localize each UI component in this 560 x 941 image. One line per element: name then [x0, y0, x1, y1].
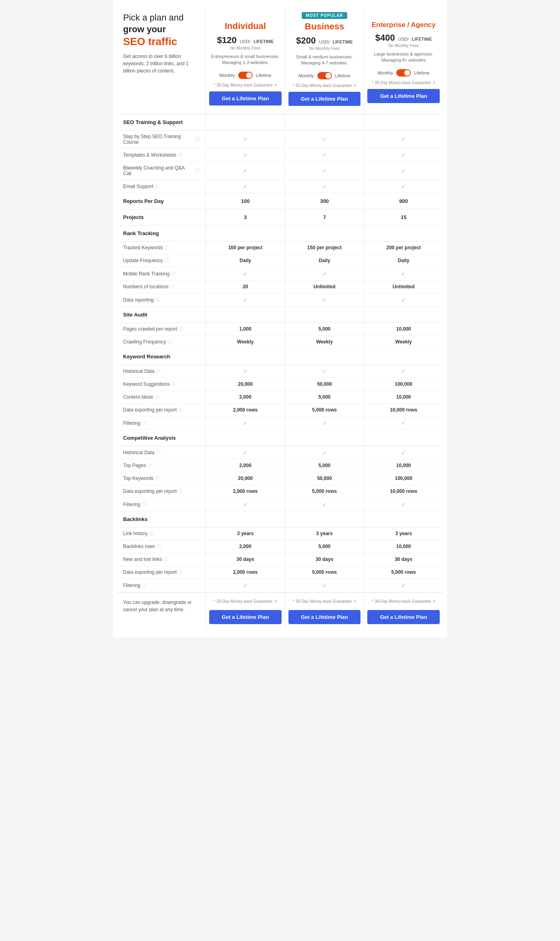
feature-top-pages: Top Pages ⓘ 2,000 5,000 10,000	[117, 459, 443, 472]
header: Pick a plan and grow your SEO traffic Ge…	[117, 8, 443, 110]
section-competitive: Competitive Analysis	[117, 430, 443, 446]
section-keyword-research: Keyword Research	[117, 349, 443, 365]
feature-data-export-ca: Data exporting per report ⓘ 2,000 rows 5…	[117, 485, 443, 498]
section-projects: Projects 3 7 15	[117, 209, 443, 225]
info-icon: ⓘ	[178, 569, 183, 575]
footer-guarantee-enterprise: * 30-Day Money-back Guarantee ↗	[372, 599, 435, 604]
section-backlinks-label: Backlinks	[117, 511, 206, 527]
info-icon: ⓘ	[155, 476, 159, 482]
plan-business-desc: Small & medium businesses. Managing 4-7 …	[288, 54, 361, 66]
plan-individual-toggle: Monthly Lifetime	[219, 72, 271, 79]
footer-col-business: * 30-Day Money-back Guarantee ↗ Get a Li…	[285, 593, 364, 629]
plan-business-cta[interactable]: Get a Lifetime Plan	[288, 92, 361, 106]
feature-top-keywords: Top Keywords ⓘ 20,000 50,000 100,000	[117, 472, 443, 485]
section-keyword-research-label: Keyword Research	[117, 349, 206, 364]
plan-enterprise-name: Enterprise / Agency	[372, 21, 436, 29]
info-icon: ⓘ	[156, 449, 161, 455]
section-competitive-label: Competitive Analysis	[117, 430, 206, 446]
info-icon: ⓘ	[171, 271, 175, 277]
section-rank-tracking: Rank Tracking	[117, 225, 443, 242]
plan-enterprise-cta[interactable]: Get a Lifetime Plan	[367, 89, 440, 103]
info-icon: ⓘ	[142, 420, 146, 426]
footer-cta-individual[interactable]: Get a Lifetime Plan	[209, 610, 282, 624]
plan-business-fees: No Monthly Fees	[309, 46, 340, 51]
info-icon: ⓘ	[168, 339, 172, 345]
toggle-enterprise[interactable]	[396, 69, 411, 77]
plan-business-price: $200 USD/ LIFETIME	[296, 33, 353, 46]
section-reports: Reports Per Day 100 300 900	[117, 193, 443, 209]
feature-data-reporting: Data reporting ⓘ ✓ ✓ ✓	[117, 294, 443, 307]
feature-link-history: Link history ⓘ 3 years 3 years 3 years	[117, 527, 443, 540]
info-icon: ⓘ	[171, 381, 176, 387]
feature-data-export-bl: Data exporting per report ⓘ 2,000 rows 5…	[117, 566, 443, 579]
info-icon: ⓘ	[156, 368, 161, 374]
footer-col-enterprise: * 30-Day Money-back Guarantee ↗ Get a Li…	[364, 593, 443, 629]
plan-enterprise-desc: Large businesses & agencies. Managing 8+…	[367, 51, 440, 64]
toggle-business[interactable]	[317, 72, 332, 79]
feature-crawling-frequency: Crawling Frequency ⓘ Weekly Weekly Weekl…	[117, 336, 443, 349]
feature-email-support: Email Support ⓘ ✓ ✓ ✓	[117, 180, 443, 193]
info-icon: ⓘ	[156, 544, 161, 550]
feature-update-frequency: Update Frequency ⓘ Daily Daily Daily	[117, 254, 443, 267]
info-icon: ⓘ	[195, 168, 200, 174]
feature-templates: Templates & Worksheets ⓘ ✓ ✓ ✓	[117, 149, 443, 162]
feature-locations: Numbers of locations ⓘ 20 Unlimited Unli…	[117, 281, 443, 294]
feature-data-export-kw: Data exporting per report ⓘ 2,000 rows 5…	[117, 404, 443, 417]
feature-content-ideas: Content Ideas ⓘ 2,000 5,000 10,000	[117, 391, 443, 404]
plan-individual-cta[interactable]: Get a Lifetime Plan	[209, 91, 282, 105]
plan-individual: Individual $120 USD/ LIFETIME No Monthly…	[206, 8, 285, 110]
plan-individual-price: $120 USD/ LIFETIME	[217, 33, 274, 46]
section-rank-tracking-label: Rank Tracking	[117, 225, 206, 241]
plan-enterprise-fees: No Monthly Fees	[388, 43, 419, 48]
comparison-table: SEO Training & Support Step by Step SEO …	[117, 114, 443, 592]
plan-enterprise: Enterprise / Agency $400 USD/ LIFETIME N…	[364, 8, 443, 110]
feature-historical-data-kw: Historical Data ⓘ ✓ ✓ ✓	[117, 365, 443, 378]
plan-individual-desc: Entrepreneurs & small businesses. Managi…	[209, 54, 282, 66]
plan-enterprise-guarantee: * 30-Day Money-back Guarantee ↗	[372, 81, 435, 85]
info-icon: ⓘ	[155, 183, 159, 189]
feature-filtering-bl: Filtering ⓘ ✓ ✓ ✓	[117, 579, 443, 592]
feature-historical-data-ca: Historical Data ⓘ ✓ ✓ ✓	[117, 446, 443, 459]
plan-enterprise-toggle: Monthly Lifetime	[378, 69, 430, 77]
toggle-individual[interactable]	[238, 72, 253, 79]
feature-pages-crawled: Pages crawled per report ⓘ 1,000 5,000 1…	[117, 323, 443, 336]
plan-business: MOST POPULAR Business $200 USD/ LIFETIME…	[285, 8, 364, 110]
plan-business-guarantee: * 30-Day Money-back Guarantee ↗	[293, 83, 356, 88]
footer: You can upgrade, downgrade or cancel you…	[117, 592, 443, 629]
section-site-audit-label: Site Audit	[117, 307, 206, 323]
feature-seo-course: Step by Step SEO Training Course ⓘ ✓ ✓ ✓	[117, 130, 443, 149]
info-icon: ⓘ	[148, 463, 152, 469]
info-icon: ⓘ	[155, 394, 159, 400]
feature-new-lost-links: New and lost links ⓘ 30 days 30 days 30 …	[117, 553, 443, 566]
page-wrapper: Pick a plan and grow your SEO traffic Ge…	[113, 0, 447, 637]
section-seo-training-label: SEO Training & Support	[117, 114, 206, 130]
footer-guarantee-individual: * 30-Day Money-back Guarantee ↗	[214, 599, 277, 604]
header-description: Get access to over 6 billion keywords, 2…	[123, 53, 200, 74]
info-icon: ⓘ	[164, 556, 168, 563]
info-icon: ⓘ	[165, 258, 169, 264]
feature-filtering-kw: Filtering ⓘ ✓ ✓ ✓	[117, 417, 443, 430]
info-icon: ⓘ	[179, 326, 183, 332]
info-icon: ⓘ	[195, 136, 200, 142]
section-reports-label: Reports Per Day	[117, 193, 206, 209]
info-icon: ⓘ	[165, 245, 169, 251]
footer-guarantee-business: * 30-Day Money-back Guarantee ↗	[293, 599, 356, 604]
info-icon: ⓘ	[155, 297, 160, 303]
section-projects-label: Projects	[117, 209, 206, 225]
section-seo-training: SEO Training & Support	[117, 114, 443, 130]
section-site-audit: Site Audit	[117, 307, 443, 323]
footer-col-individual: * 30-Day Money-back Guarantee ↗ Get a Li…	[206, 593, 285, 629]
tagline: Pick a plan and grow your SEO traffic	[123, 12, 200, 49]
most-popular-badge: MOST POPULAR	[302, 12, 347, 19]
info-icon: ⓘ	[149, 531, 154, 537]
header-left: Pick a plan and grow your SEO traffic Ge…	[117, 8, 206, 110]
plan-individual-guarantee: * 30-Day Money-back Guarantee ↗	[214, 83, 277, 87]
info-icon: ⓘ	[142, 501, 146, 507]
feature-keyword-suggestions: Keyword Suggestions ⓘ 20,000 50,000 100,…	[117, 378, 443, 391]
feature-tracked-keywords: Tracked Keywords ⓘ 100 per project 150 p…	[117, 242, 443, 254]
footer-cta-business[interactable]: Get a Lifetime Plan	[288, 610, 361, 624]
plan-enterprise-price: $400 USD/ LIFETIME	[375, 31, 432, 43]
footer-cta-enterprise[interactable]: Get a Lifetime Plan	[367, 610, 440, 624]
info-icon: ⓘ	[142, 582, 146, 588]
plan-individual-fees: No Monthly Fees	[230, 46, 261, 50]
